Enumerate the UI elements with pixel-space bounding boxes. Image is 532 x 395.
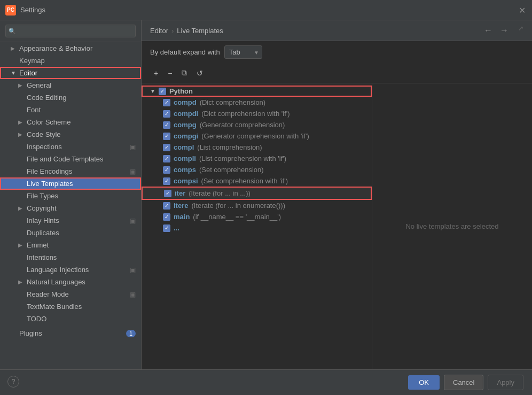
copy-template-button[interactable]: ⧉	[178, 66, 191, 80]
python-group-checkbox[interactable]	[159, 88, 166, 95]
sidebar-item-live-templates[interactable]: ▶ Live Templates	[0, 177, 141, 190]
template-checkbox[interactable]	[163, 155, 170, 162]
template-name: compdi	[174, 110, 198, 118]
sidebar-item-code-editing[interactable]: ▶ Code Editing	[0, 91, 141, 104]
template-checkbox[interactable]	[163, 121, 170, 129]
list-item[interactable]: compdi (Dict comprehension with 'if')	[142, 108, 372, 119]
sidebar-item-natural-languages[interactable]: ▶ Natural Languages	[0, 276, 141, 288]
template-name: main	[174, 213, 190, 221]
template-checkbox[interactable]	[163, 177, 170, 185]
list-item[interactable]: compgi (Generator comprehension with 'if…	[142, 130, 372, 142]
sidebar-item-file-types[interactable]: ▶ File Types	[0, 190, 141, 202]
help-button[interactable]: ?	[7, 376, 19, 388]
sidebar-item-label: Intentions	[27, 253, 57, 261]
sidebar-item-label: File and Code Templates	[27, 155, 104, 163]
sidebar-item-copyright[interactable]: ▶ Copyright	[0, 202, 141, 214]
reset-template-button[interactable]: ↺	[193, 67, 207, 80]
template-checkbox[interactable]	[163, 99, 170, 106]
ok-button[interactable]: OK	[408, 375, 440, 390]
expand-arrow-icon: ▼	[11, 70, 17, 76]
template-panel: ▼ Python compd (Dict comprehension) comp…	[142, 83, 372, 369]
list-item-iter[interactable]: iter (Iterate (for ... in ...))	[142, 187, 372, 200]
template-name: compd	[174, 98, 197, 106]
group-expand-arrow-icon: ▼	[150, 88, 155, 94]
breadcrumb-separator: ›	[171, 27, 174, 35]
sidebar-item-label: Color Scheme	[27, 118, 71, 126]
expand-arrow-icon: ▶	[11, 45, 17, 51]
template-checkbox[interactable]	[163, 133, 170, 140]
sidebar-item-language-injections[interactable]: ▶ Language Injections ▣	[0, 264, 141, 276]
template-checkbox[interactable]	[163, 213, 170, 221]
sidebar-item-inlay-hints[interactable]: ▶ Inlay Hints ▣	[0, 214, 141, 227]
sidebar-item-editor[interactable]: ▼ Editor	[0, 67, 141, 79]
template-checkbox[interactable]	[163, 144, 170, 151]
template-name: comps	[174, 166, 196, 174]
sidebar-item-label: Reader Mode	[27, 290, 69, 298]
sidebar: 🔍 ▶ Appearance & Behavior ▶ Keymap ▼ Edi…	[0, 20, 142, 369]
template-checkbox[interactable]	[164, 190, 171, 197]
sidebar-item-code-style[interactable]: ▶ Code Style	[0, 128, 141, 141]
sidebar-item-reader-mode[interactable]: ▶ Reader Mode ▣	[0, 288, 141, 300]
template-desc: (List comprehension)	[197, 143, 262, 151]
file-encodings-badge: ▣	[130, 168, 136, 175]
sidebar-item-label: Duplicates	[27, 229, 59, 237]
template-checkbox[interactable]	[163, 110, 170, 118]
sidebar-item-label: Emmet	[27, 241, 49, 249]
search-input[interactable]	[5, 25, 136, 37]
sidebar-item-plugins[interactable]: ▶ Plugins 1	[0, 327, 141, 339]
search-bar: 🔍	[0, 20, 141, 42]
sidebar-item-label: Keymap	[19, 57, 45, 65]
list-item[interactable]: compsi (Set comprehension with 'if')	[142, 175, 372, 187]
sidebar-item-label: Copyright	[27, 204, 57, 212]
list-item[interactable]: compg (Generator comprehension)	[142, 119, 372, 130]
list-item[interactable]: main (if __name__ == '__main__')	[142, 211, 372, 222]
sidebar-item-label: Editor	[19, 69, 37, 77]
inlay-hints-badge: ▣	[130, 217, 136, 224]
sidebar-item-todo[interactable]: ▶ TODO	[0, 313, 141, 325]
add-template-button[interactable]: +	[150, 67, 162, 80]
sidebar-item-label: Inlay Hints	[27, 216, 59, 224]
list-item[interactable]: compl (List comprehension)	[142, 142, 372, 153]
sidebar-item-intentions[interactable]: ▶ Intentions	[0, 251, 141, 264]
template-name: compsi	[174, 177, 198, 185]
lang-injections-badge: ▣	[130, 266, 136, 274]
sidebar-item-font[interactable]: ▶ Font	[0, 104, 141, 116]
breadcrumb-bar: Editor › Live Templates ← → ↗	[142, 20, 532, 41]
template-name: ...	[174, 224, 179, 232]
sidebar-item-duplicates[interactable]: ▶ Duplicates	[0, 227, 141, 239]
template-checkbox[interactable]	[163, 202, 170, 210]
expand-arrow-icon: ▶	[18, 119, 25, 125]
sidebar-item-label: Code Style	[27, 130, 61, 138]
sidebar-item-textmate-bundles[interactable]: ▶ TextMate Bundles	[0, 300, 141, 313]
template-desc: (Iterate (for ... in enumerate()))	[191, 202, 285, 210]
expand-select[interactable]: Tab Enter Space	[224, 45, 262, 59]
group-row-python[interactable]: ▼ Python	[142, 86, 372, 97]
title-bar: PC Settings ✕	[0, 0, 532, 20]
sidebar-item-color-scheme[interactable]: ▶ Color Scheme	[0, 116, 141, 128]
content-area: Editor › Live Templates ← → ↗ By default…	[142, 20, 532, 369]
cancel-button[interactable]: Cancel	[444, 375, 483, 390]
list-item[interactable]: ...	[142, 222, 372, 234]
remove-template-button[interactable]: −	[164, 67, 176, 80]
sidebar-item-label: Live Templates	[27, 180, 73, 188]
sidebar-item-file-encodings[interactable]: ▶ File Encodings ▣	[0, 165, 141, 177]
nav-back-button[interactable]: ←	[482, 25, 495, 36]
sidebar-item-inspections[interactable]: ▶ Inspections ▣	[0, 141, 141, 153]
nav-forward-button[interactable]: →	[498, 25, 511, 36]
plugins-badge: 1	[126, 330, 136, 337]
list-item[interactable]: compli (List comprehension with 'if')	[142, 153, 372, 164]
list-item[interactable]: comps (Set comprehension)	[142, 164, 372, 175]
expand-setting-bar: By default expand with Tab Enter Space ▼	[142, 41, 532, 63]
sidebar-item-keymap[interactable]: ▶ Keymap	[0, 55, 141, 67]
sidebar-item-appearance[interactable]: ▶ Appearance & Behavior	[0, 42, 141, 55]
bottom-bar: ? OK Cancel Apply	[0, 369, 532, 395]
template-checkbox[interactable]	[163, 166, 170, 174]
sidebar-item-emmet[interactable]: ▶ Emmet	[0, 239, 141, 251]
list-item[interactable]: itere (Iterate (for ... in enumerate()))	[142, 200, 372, 211]
apply-button[interactable]: Apply	[488, 375, 523, 390]
list-item[interactable]: compd (Dict comprehension)	[142, 97, 372, 108]
close-button[interactable]: ✕	[519, 5, 526, 15]
sidebar-item-general[interactable]: ▶ General	[0, 79, 141, 91]
template-checkbox[interactable]	[163, 224, 170, 232]
sidebar-item-file-code-templates[interactable]: ▶ File and Code Templates	[0, 153, 141, 165]
